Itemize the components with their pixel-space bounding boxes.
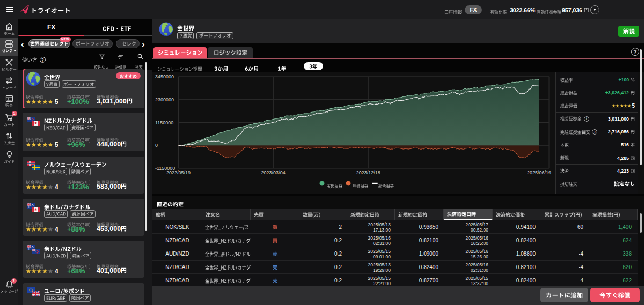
svg-text:2300000: 2300000	[155, 97, 174, 102]
svg-text:2023/03/04: 2023/03/04	[261, 170, 286, 175]
svg-text:2025/06/19: 2025/06/19	[527, 170, 551, 175]
svg-text:3450000: 3450000	[155, 74, 174, 79]
svg-text:2022/05/19: 2022/05/19	[166, 170, 191, 175]
svg-text:1150000: 1150000	[155, 120, 173, 125]
svg-text:0: 0	[155, 143, 158, 148]
svg-text:2023/12/18: 2023/12/18	[356, 170, 380, 175]
